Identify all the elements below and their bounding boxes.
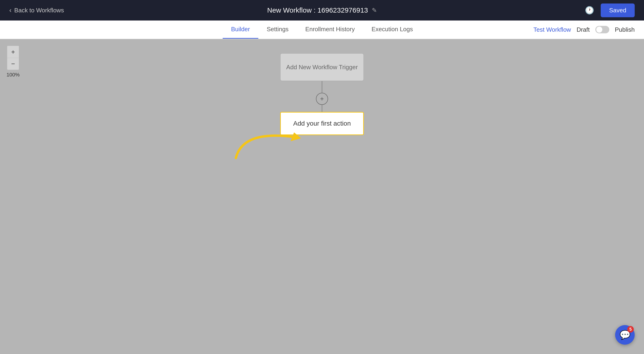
test-workflow-button[interactable]: Test Workflow — [534, 26, 571, 33]
connector-line-2 — [322, 105, 322, 112]
workflow-area: Add New Workflow Trigger + Add your firs… — [280, 53, 364, 135]
tab-builder[interactable]: Builder — [222, 21, 258, 39]
zoom-out-button[interactable]: − — [7, 58, 19, 70]
back-to-workflows-button[interactable]: ‹ Back to Workflows — [9, 7, 64, 14]
tab-enrollment-history[interactable]: Enrollment History — [297, 21, 363, 39]
connector-line-1 — [322, 81, 322, 93]
header-right: 🕐 Saved — [585, 4, 635, 17]
navbar: ‹ Back to Workflows New Workflow : 16962… — [0, 0, 644, 21]
add-action-button[interactable]: + — [316, 93, 328, 105]
workflow-title: New Workflow : 1696232976913 ✎ — [267, 6, 377, 14]
history-icon[interactable]: 🕐 — [585, 6, 594, 15]
trigger-node-text: Add New Workflow Trigger — [286, 63, 358, 71]
trigger-node[interactable]: Add New Workflow Trigger — [280, 53, 364, 81]
publish-label: Publish — [615, 26, 635, 33]
chat-widget[interactable]: 💬 5 — [615, 325, 635, 345]
workflow-name-text: New Workflow : 1696232976913 — [267, 6, 368, 14]
toggle-switch[interactable] — [595, 26, 609, 33]
edit-icon[interactable]: ✎ — [372, 7, 377, 14]
tabs-center: Builder Settings Enrollment History Exec… — [222, 21, 421, 39]
saved-button[interactable]: Saved — [601, 4, 635, 17]
plus-icon: + — [320, 95, 324, 103]
zoom-in-button[interactable]: + — [7, 46, 19, 58]
draft-publish-toggle[interactable] — [595, 26, 609, 33]
workflow-canvas[interactable]: + − 100% Add New Workflow Trigger + Add … — [0, 39, 644, 354]
chat-badge: 5 — [627, 326, 634, 332]
back-arrow-icon: ‹ — [9, 7, 12, 14]
draft-label: Draft — [576, 26, 590, 33]
zoom-controls: + − 100% — [6, 46, 20, 78]
action-node[interactable]: Add your first action — [280, 112, 364, 135]
action-node-text: Add your first action — [293, 120, 351, 127]
tabbar: Builder Settings Enrollment History Exec… — [0, 21, 644, 39]
tabbar-right: Test Workflow Draft Publish — [534, 26, 635, 33]
zoom-level: 100% — [6, 72, 20, 78]
tab-settings[interactable]: Settings — [258, 21, 297, 39]
toggle-knob — [596, 27, 602, 33]
back-label: Back to Workflows — [14, 7, 64, 14]
tab-execution-logs[interactable]: Execution Logs — [363, 21, 422, 39]
